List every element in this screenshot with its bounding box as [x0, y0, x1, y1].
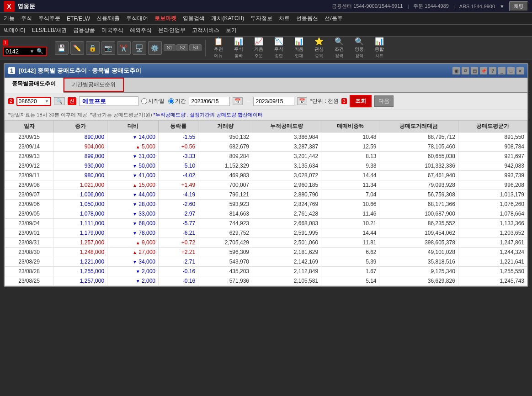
win-help-btn[interactable]: ? — [489, 67, 496, 74]
camera-btn[interactable]: 📷 — [101, 41, 115, 55]
lock-btn[interactable]: 🔒 — [86, 41, 100, 55]
cell-change: ▼ 2,000 — [107, 267, 159, 276]
cell-amount: 100,687,900 — [379, 209, 458, 219]
menu-item-els[interactable]: ELS/ELB/채권 — [32, 26, 67, 34]
table-row: 23/09/13 899,000 ▼ 31,000 -3.33 809,284 … — [5, 152, 527, 161]
shortcut-s2[interactable]: S2 — [176, 44, 188, 51]
menu-item-robomarket[interactable]: 로보마켓 — [154, 15, 176, 22]
menu-item-customer[interactable]: 고객서비스 — [192, 26, 219, 34]
menu-item-chart[interactable]: 차트 — [279, 15, 290, 22]
menu-item-stock-lend[interactable]: 주식대여 — [126, 15, 148, 22]
cell-price: 980,000 — [53, 171, 107, 180]
cell-vol: 593,923 — [198, 200, 252, 209]
stock-code-input[interactable] — [19, 98, 44, 105]
radio-period[interactable] — [168, 98, 174, 104]
toolbar-nav-current[interactable]: 📊 키움 현재 — [290, 36, 308, 60]
code-search-btn[interactable]: 🔍 — [36, 48, 44, 54]
monitor-btn[interactable]: 🖥️ — [133, 41, 146, 55]
toolbar-nav-watchlist[interactable]: ⭐ 관심 종목 — [310, 36, 328, 60]
toolbar-nav-condition-search[interactable]: 🔍 조건 검색 — [330, 36, 348, 60]
radio-start[interactable] — [141, 98, 147, 104]
menu-item-function[interactable]: 기능 — [4, 15, 15, 22]
tab-period-rank[interactable]: 기간별공매도순위 — [64, 78, 124, 92]
win-layout-btn[interactable]: ▤ — [471, 67, 478, 74]
menu-item-stock[interactable]: 주식 — [21, 15, 32, 22]
menu-item-online[interactable]: 온라인업무 — [158, 26, 186, 34]
win-copy-btn[interactable]: ⧉ — [462, 67, 469, 74]
date-from-input[interactable] — [189, 97, 230, 106]
cell-acc: 3,386,984 — [252, 132, 321, 142]
tab-stock-short[interactable]: 종목별공매도추이 — [5, 78, 64, 93]
menu-item-invest[interactable]: 투자정보 — [250, 15, 272, 22]
toolbar-nav-hero-search[interactable]: 🔍 영웅 검색 — [350, 36, 368, 60]
menu-item-hero-search[interactable]: 영웅검색 — [183, 15, 205, 22]
table-scroll-area[interactable]: 일자 종가 대비 등락률 거래량 누적공매도량 매매비중% 공매도거래대금 공매… — [5, 120, 527, 286]
cell-date: 23/09/05 — [5, 209, 53, 219]
col-acc: 누적공매도량 — [252, 121, 321, 132]
next-btn[interactable]: 다음 — [374, 95, 394, 107]
radio-start-label[interactable]: 시작일 — [141, 97, 165, 105]
cell-price: 1,006,000 — [53, 190, 107, 200]
cell-change: ▼ 50,000 — [107, 161, 159, 171]
cal-to-btn[interactable]: 📅 — [297, 97, 307, 105]
stock-name-input[interactable] — [79, 96, 138, 106]
cell-ratio: 7.04 — [321, 190, 379, 200]
code-input[interactable] — [5, 48, 28, 55]
toolbar-nav-total-chart[interactable]: 📊 종합 차트 — [370, 36, 388, 60]
date-to-input[interactable] — [253, 97, 294, 106]
toolbar-nav-stock-toolbar[interactable]: 📊 주식 툴바 — [229, 36, 248, 60]
cell-vol: 435,203 — [198, 267, 252, 276]
data-table: 일자 종가 대비 등락률 거래량 누적공매도량 매매비중% 공매도거래대금 공매… — [5, 120, 527, 286]
cell-change: ▲ 27,000 — [107, 248, 159, 257]
unit-label: *단위 : 천원 — [310, 97, 339, 105]
col-vol: 거래량 — [198, 121, 252, 132]
menu-item-etf[interactable]: ETF/ELW — [67, 16, 90, 22]
menu-item-bigdata[interactable]: 빅데이터 — [4, 26, 26, 34]
radio-period-label[interactable]: 기간 — [168, 97, 186, 105]
cell-amount: 68,171,366 — [379, 200, 458, 209]
win-pin-btn[interactable]: 📌 — [480, 67, 487, 74]
scissors-btn[interactable]: ✂️ — [117, 41, 131, 55]
cell-amount: 101,332,336 — [379, 161, 458, 171]
cell-date: 23/09/04 — [5, 219, 53, 228]
cell-change: ▼ 41,000 — [107, 171, 159, 180]
save-btn[interactable]: 💾 — [55, 41, 69, 55]
toolbar-nav-order[interactable]: 📈 키움 주문 — [250, 36, 268, 60]
win-minimize-btn[interactable]: _ — [498, 67, 505, 74]
stock-code-group: ▼ — [16, 97, 52, 106]
menu-item-futures2[interactable]: 선/옵주 — [325, 15, 342, 22]
chat-button[interactable]: 채팅 — [509, 1, 528, 11]
cell-rate: -4.19 — [158, 190, 198, 200]
cell-vol: 2,705,429 — [198, 238, 252, 248]
settings-btn[interactable]: ⚙️ — [148, 41, 162, 55]
app-logo: X — [4, 1, 15, 12]
table-row: 23/08/28 1,255,000 ▼ 2,000 -0.16 435,203… — [5, 267, 527, 276]
toolbar-nav-recommend[interactable]: 📋 추천 메뉴 — [209, 36, 228, 60]
note-row: *당일자료는 18시 30분 이후에 제공. *평균가는 공매도평균가(원) *… — [5, 110, 527, 120]
cell-ratio: 14.44 — [321, 228, 379, 238]
menu-item-futures[interactable]: 선물옵션 — [296, 15, 318, 22]
win-close-btn[interactable]: ✕ — [516, 67, 524, 74]
cell-amount: 9,125,340 — [379, 267, 458, 276]
menu-item-credit[interactable]: 신용/대출 — [96, 15, 120, 22]
menu-item-katch[interactable]: 캐치(KATCH) — [211, 15, 244, 22]
cell-price: 899,000 — [53, 152, 107, 161]
stock-total-icon: 📉 — [274, 37, 283, 46]
win-maximize-btn[interactable]: □ — [507, 67, 515, 74]
query-btn[interactable]: 조회 — [350, 95, 372, 107]
cell-ratio: 11.34 — [321, 180, 379, 190]
menu-item-overseas[interactable]: 해외주식 — [130, 26, 152, 34]
menu-item-view[interactable]: 보기 — [226, 26, 237, 34]
cell-rate: +2.21 — [158, 248, 198, 257]
shortcut-s3[interactable]: S3 — [189, 44, 201, 51]
stock-toolbar-icon: 📊 — [234, 37, 243, 46]
cal-from-btn[interactable]: 📅 — [233, 97, 243, 105]
menu-item-stock-order[interactable]: 주식주문 — [38, 15, 60, 22]
stock-search-btn[interactable]: 🔍 — [54, 97, 65, 105]
toolbar-nav-stock-total[interactable]: 📉 주식 종합 — [270, 36, 288, 60]
edit-btn[interactable]: ✏️ — [70, 41, 84, 55]
shortcut-s1[interactable]: S1 — [164, 44, 176, 51]
win-restore-btn[interactable]: ▣ — [452, 67, 460, 74]
menu-item-financial[interactable]: 금융상품 — [73, 26, 95, 34]
menu-item-us-stock[interactable]: 미국주식 — [101, 26, 123, 34]
